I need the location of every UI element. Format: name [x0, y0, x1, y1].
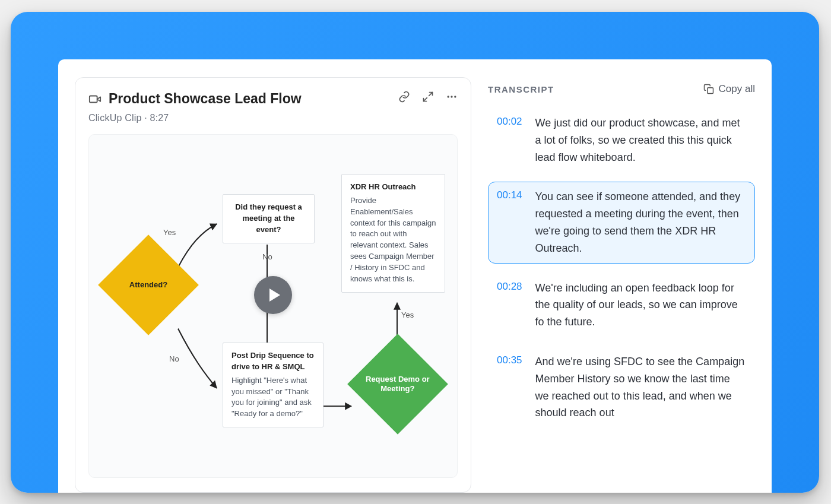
svg-point-2	[451, 96, 452, 97]
edge-label-yes-1: Yes	[163, 228, 176, 237]
svg-point-3	[454, 96, 456, 97]
video-header: Product Showcase Lead Flow	[88, 91, 458, 107]
fade-overlay	[488, 439, 755, 493]
edge-label-no-1: No	[169, 354, 179, 363]
more-icon[interactable]	[446, 91, 458, 103]
video-title: Product Showcase Lead Flow	[109, 91, 302, 107]
svg-rect-4	[707, 88, 713, 94]
transcript-text: You can see if someone attended, and the…	[535, 188, 746, 256]
transcript-time: 00:35	[497, 353, 522, 421]
transcript-time: 00:14	[497, 188, 522, 256]
transcript-time: 00:28	[497, 280, 522, 331]
flow-node-drip: Post Drip Sequence to drive to HR & SMQL…	[223, 343, 323, 427]
edge-label-yes-2: Yes	[401, 310, 414, 319]
device-frame: Product Showcase Lead Flow	[11, 12, 819, 493]
transcript-item[interactable]: 00:28We're including an open feedback lo…	[488, 273, 755, 337]
video-preview: Yes No No Yes Attended? Did they request…	[88, 134, 458, 478]
transcript-text: And we're using SFDC to see the Campaign…	[535, 353, 746, 421]
expand-icon[interactable]	[422, 91, 434, 103]
transcript-text: We just did our product showcase, and me…	[535, 115, 746, 166]
flow-node-xdr: XDR HR Outreach Provide Enablement/Sales…	[341, 174, 445, 293]
svg-point-1	[448, 96, 449, 97]
copy-all-label: Copy all	[719, 83, 755, 95]
video-subtitle: ClickUp Clip · 8:27	[88, 113, 458, 123]
link-icon[interactable]	[398, 91, 410, 103]
copy-icon	[703, 84, 714, 94]
transcript-time: 00:02	[497, 115, 522, 166]
flow-node-meeting-question: Did they request a meeting at the event?	[223, 194, 315, 243]
play-button[interactable]	[254, 276, 292, 314]
edge-label-no-2: No	[262, 252, 272, 261]
svg-rect-0	[90, 96, 97, 102]
video-camera-icon	[88, 93, 102, 106]
transcript-heading: TRANSCRIPT	[488, 84, 554, 94]
video-card: Product Showcase Lead Flow	[75, 77, 471, 493]
transcript-item[interactable]: 00:02We just did our product showcase, a…	[488, 108, 755, 172]
copy-all-button[interactable]: Copy all	[703, 83, 755, 95]
transcript-text: We're including an open feedback loop fo…	[535, 280, 746, 331]
transcript-panel: TRANSCRIPT Copy all 00:02We just did our…	[488, 77, 755, 493]
transcript-item[interactable]: 00:35And we're using SFDC to see the Cam…	[488, 347, 755, 428]
transcript-list: 00:02We just did our product showcase, a…	[488, 108, 755, 493]
transcript-item[interactable]: 00:14You can see if someone attended, an…	[488, 182, 755, 263]
app-window: Product Showcase Lead Flow	[58, 59, 772, 493]
